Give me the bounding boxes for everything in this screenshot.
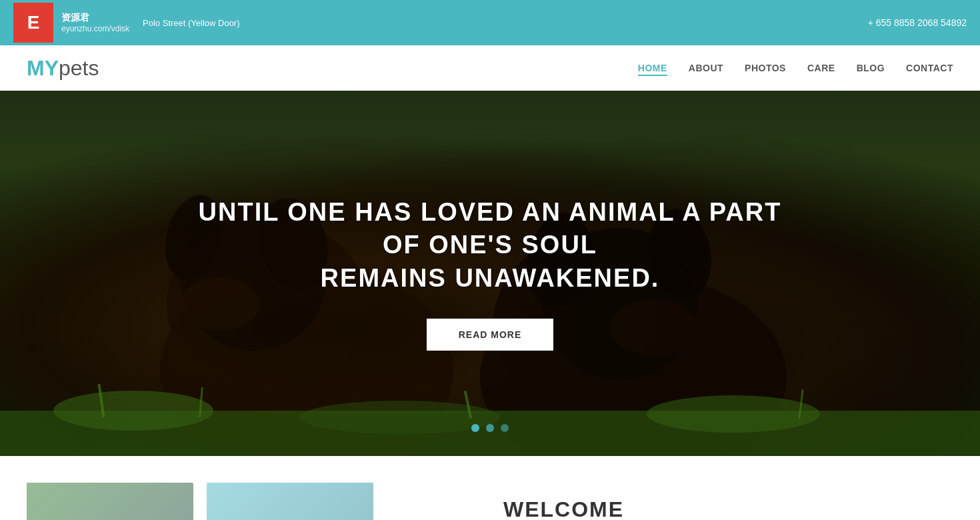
nav-link-photos[interactable]: PHOTOS <box>745 63 786 73</box>
nav-link-blog[interactable]: BLOG <box>857 63 885 73</box>
top-bar: E 资源君 eyunzhu.com/vdisk Polo Street (Yel… <box>0 0 980 45</box>
bottom-image-1 <box>27 483 193 520</box>
nav-item-photos[interactable]: PHOTOS <box>745 62 786 74</box>
nav-item-about[interactable]: ABOUT <box>689 62 723 74</box>
hero-content: UNTIL ONE HAS LOVED AN ANIMAL A PART OF … <box>190 196 790 351</box>
nav-link-home[interactable]: HOME <box>638 63 667 76</box>
hero-title-line2: REMAINS UNAWAKENED. <box>321 264 660 292</box>
hero-dot-3[interactable] <box>501 424 509 432</box>
bottom-welcome-block: WELCOME <box>503 483 953 520</box>
nav-links: HOME ABOUT PHOTOS CARE BLOG CONTACT <box>638 62 953 74</box>
hero-section: UNTIL ONE HAS LOVED AN ANIMAL A PART OF … <box>0 91 980 456</box>
bottom-images <box>27 483 477 520</box>
nav-link-care[interactable]: CARE <box>807 63 835 73</box>
brand-name: 资源君 <box>61 12 129 24</box>
nav-link-about[interactable]: ABOUT <box>689 63 723 73</box>
nav-item-home[interactable]: HOME <box>638 62 667 74</box>
brand-logo-letter: E <box>27 12 40 33</box>
hero-dot-2[interactable] <box>486 424 494 432</box>
bottom-section: WELCOME <box>0 456 980 520</box>
hero-dot-1[interactable] <box>471 424 479 432</box>
svg-point-13 <box>53 391 213 431</box>
brand-logo-box: E <box>13 3 53 43</box>
nav-item-blog[interactable]: BLOG <box>857 62 885 74</box>
logo-pets: pets <box>59 56 99 80</box>
bottom-image-2 <box>207 483 373 520</box>
nav-item-care[interactable]: CARE <box>807 62 835 74</box>
hero-read-more-button[interactable]: READ MORE <box>427 319 554 351</box>
hero-title: UNTIL ONE HAS LOVED AN ANIMAL A PART OF … <box>190 196 790 295</box>
site-logo[interactable]: MYpets <box>27 56 99 81</box>
logo-my: MY <box>27 56 59 80</box>
brand-text-block: 资源君 eyunzhu.com/vdisk <box>61 12 129 33</box>
nav-bar: MYpets HOME ABOUT PHOTOS CARE BLOG CONTA… <box>0 45 980 91</box>
top-bar-left: E 资源君 eyunzhu.com/vdisk Polo Street (Yel… <box>13 3 240 43</box>
brand-sub: eyunzhu.com/vdisk <box>61 24 129 33</box>
welcome-title: WELCOME <box>503 497 953 521</box>
nav-item-contact[interactable]: CONTACT <box>906 62 953 74</box>
nav-link-contact[interactable]: CONTACT <box>906 63 953 73</box>
svg-point-15 <box>647 395 820 433</box>
top-bar-address: Polo Street (Yellow Door) <box>143 18 239 28</box>
top-bar-phone: + 655 8858 2068 54892 <box>868 17 967 28</box>
hero-dots <box>471 424 509 432</box>
hero-title-line1: UNTIL ONE HAS LOVED AN ANIMAL A PART OF … <box>199 198 782 259</box>
